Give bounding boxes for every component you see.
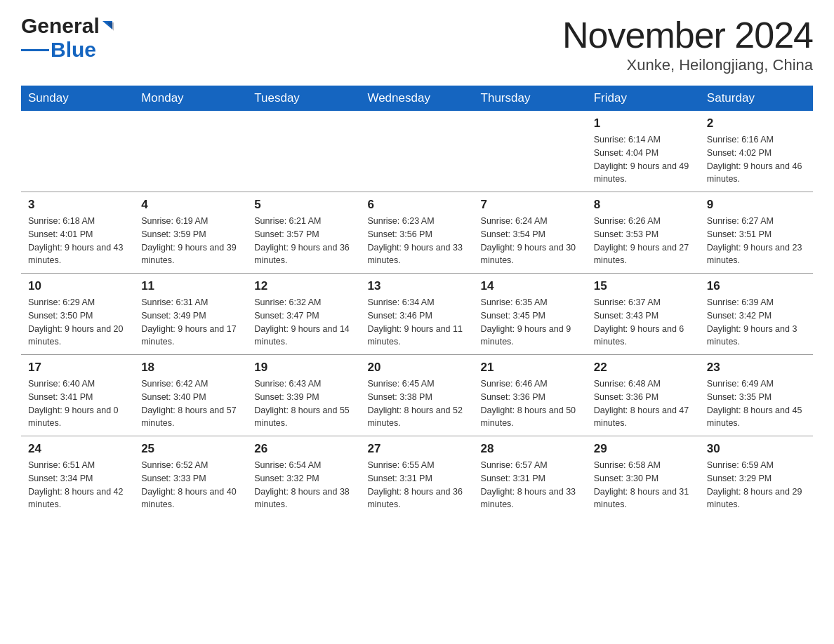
page-header: General Blue November 2024 Xunke, Heilon…: [21, 14, 813, 74]
calendar-day-cell: [474, 111, 587, 192]
calendar-day-cell: 11Sunrise: 6:31 AMSunset: 3:49 PMDayligh…: [134, 274, 247, 355]
calendar-day-cell: 13Sunrise: 6:34 AMSunset: 3:46 PMDayligh…: [360, 274, 473, 355]
calendar-day-cell: 12Sunrise: 6:32 AMSunset: 3:47 PMDayligh…: [247, 274, 360, 355]
day-info: Sunrise: 6:34 AMSunset: 3:46 PMDaylight:…: [367, 296, 466, 349]
logo: General Blue: [21, 14, 115, 62]
calendar-day-cell: 23Sunrise: 6:49 AMSunset: 3:35 PMDayligh…: [700, 355, 813, 436]
day-number: 6: [367, 198, 466, 212]
day-number: 12: [254, 279, 353, 293]
logo-blue-text: Blue: [51, 38, 96, 62]
day-number: 30: [707, 442, 806, 456]
day-info: Sunrise: 6:24 AMSunset: 3:54 PMDaylight:…: [481, 215, 580, 267]
day-info: Sunrise: 6:19 AMSunset: 3:59 PMDaylight:…: [141, 215, 240, 267]
header-saturday: Saturday: [700, 86, 813, 111]
calendar-day-cell: 15Sunrise: 6:37 AMSunset: 3:43 PMDayligh…: [587, 274, 700, 355]
day-number: 2: [707, 116, 806, 130]
header-friday: Friday: [587, 86, 700, 111]
day-number: 3: [28, 198, 127, 212]
calendar-day-cell: 24Sunrise: 6:51 AMSunset: 3:34 PMDayligh…: [21, 436, 134, 518]
calendar-day-cell: 19Sunrise: 6:43 AMSunset: 3:39 PMDayligh…: [247, 355, 360, 436]
day-info: Sunrise: 6:29 AMSunset: 3:50 PMDaylight:…: [28, 296, 127, 349]
header-tuesday: Tuesday: [247, 86, 360, 111]
calendar-day-cell: 6Sunrise: 6:23 AMSunset: 3:56 PMDaylight…: [360, 192, 473, 274]
calendar-day-cell: [360, 111, 473, 192]
day-number: 27: [367, 442, 466, 456]
day-number: 17: [28, 361, 127, 375]
calendar-day-cell: 14Sunrise: 6:35 AMSunset: 3:45 PMDayligh…: [474, 274, 587, 355]
day-info: Sunrise: 6:16 AMSunset: 4:02 PMDaylight:…: [707, 133, 806, 186]
day-info: Sunrise: 6:31 AMSunset: 3:49 PMDaylight:…: [141, 296, 240, 349]
day-info: Sunrise: 6:27 AMSunset: 3:51 PMDaylight:…: [707, 215, 806, 267]
day-info: Sunrise: 6:52 AMSunset: 3:33 PMDaylight:…: [141, 459, 240, 511]
calendar-day-cell: 5Sunrise: 6:21 AMSunset: 3:57 PMDaylight…: [247, 192, 360, 274]
calendar-day-cell: [134, 111, 247, 192]
calendar-day-cell: 2Sunrise: 6:16 AMSunset: 4:02 PMDaylight…: [700, 111, 813, 192]
day-number: 14: [481, 279, 580, 293]
day-info: Sunrise: 6:21 AMSunset: 3:57 PMDaylight:…: [254, 215, 353, 267]
calendar-day-cell: 3Sunrise: 6:18 AMSunset: 4:01 PMDaylight…: [21, 192, 134, 274]
calendar-week-row: 3Sunrise: 6:18 AMSunset: 4:01 PMDaylight…: [21, 192, 813, 274]
day-number: 25: [141, 442, 240, 456]
header-wednesday: Wednesday: [360, 86, 473, 111]
day-info: Sunrise: 6:42 AMSunset: 3:40 PMDaylight:…: [141, 377, 240, 430]
day-number: 19: [254, 361, 353, 375]
calendar-title: November 2024: [562, 14, 813, 56]
day-info: Sunrise: 6:46 AMSunset: 3:36 PMDaylight:…: [481, 377, 580, 430]
day-info: Sunrise: 6:18 AMSunset: 4:01 PMDaylight:…: [28, 215, 127, 267]
calendar-week-row: 10Sunrise: 6:29 AMSunset: 3:50 PMDayligh…: [21, 274, 813, 355]
calendar-day-cell: 10Sunrise: 6:29 AMSunset: 3:50 PMDayligh…: [21, 274, 134, 355]
calendar-day-cell: 27Sunrise: 6:55 AMSunset: 3:31 PMDayligh…: [360, 436, 473, 518]
calendar-week-row: 24Sunrise: 6:51 AMSunset: 3:34 PMDayligh…: [21, 436, 813, 518]
day-info: Sunrise: 6:48 AMSunset: 3:36 PMDaylight:…: [594, 377, 693, 430]
day-info: Sunrise: 6:55 AMSunset: 3:31 PMDaylight:…: [367, 459, 466, 511]
day-number: 28: [481, 442, 580, 456]
day-info: Sunrise: 6:23 AMSunset: 3:56 PMDaylight:…: [367, 215, 466, 267]
day-number: 16: [707, 279, 806, 293]
day-info: Sunrise: 6:14 AMSunset: 4:04 PMDaylight:…: [594, 133, 693, 186]
calendar-day-cell: 30Sunrise: 6:59 AMSunset: 3:29 PMDayligh…: [700, 436, 813, 518]
day-number: 7: [481, 198, 580, 212]
calendar-day-cell: 22Sunrise: 6:48 AMSunset: 3:36 PMDayligh…: [587, 355, 700, 436]
day-info: Sunrise: 6:54 AMSunset: 3:32 PMDaylight:…: [254, 459, 353, 511]
day-info: Sunrise: 6:49 AMSunset: 3:35 PMDaylight:…: [707, 377, 806, 430]
day-number: 4: [141, 198, 240, 212]
day-number: 15: [594, 279, 693, 293]
day-number: 24: [28, 442, 127, 456]
day-number: 5: [254, 198, 353, 212]
logo-general-text: General: [21, 14, 100, 38]
calendar-day-cell: 26Sunrise: 6:54 AMSunset: 3:32 PMDayligh…: [247, 436, 360, 518]
calendar-day-cell: 29Sunrise: 6:58 AMSunset: 3:30 PMDayligh…: [587, 436, 700, 518]
calendar-week-row: 17Sunrise: 6:40 AMSunset: 3:41 PMDayligh…: [21, 355, 813, 436]
header-monday: Monday: [134, 86, 247, 111]
calendar-day-cell: 8Sunrise: 6:26 AMSunset: 3:53 PMDaylight…: [587, 192, 700, 274]
svg-marker-1: [107, 22, 114, 31]
day-number: 18: [141, 361, 240, 375]
header-thursday: Thursday: [474, 86, 587, 111]
calendar-header-row: Sunday Monday Tuesday Wednesday Thursday…: [21, 86, 813, 111]
day-number: 20: [367, 361, 466, 375]
day-number: 11: [141, 279, 240, 293]
calendar-day-cell: [247, 111, 360, 192]
day-info: Sunrise: 6:59 AMSunset: 3:29 PMDaylight:…: [707, 459, 806, 511]
day-info: Sunrise: 6:57 AMSunset: 3:31 PMDaylight:…: [481, 459, 580, 511]
day-info: Sunrise: 6:35 AMSunset: 3:45 PMDaylight:…: [481, 296, 580, 349]
header-sunday: Sunday: [21, 86, 134, 111]
day-info: Sunrise: 6:32 AMSunset: 3:47 PMDaylight:…: [254, 296, 353, 349]
calendar-day-cell: 1Sunrise: 6:14 AMSunset: 4:04 PMDaylight…: [587, 111, 700, 192]
calendar-day-cell: 7Sunrise: 6:24 AMSunset: 3:54 PMDaylight…: [474, 192, 587, 274]
calendar-day-cell: 4Sunrise: 6:19 AMSunset: 3:59 PMDaylight…: [134, 192, 247, 274]
day-info: Sunrise: 6:39 AMSunset: 3:42 PMDaylight:…: [707, 296, 806, 349]
day-number: 8: [594, 198, 693, 212]
day-info: Sunrise: 6:37 AMSunset: 3:43 PMDaylight:…: [594, 296, 693, 349]
day-info: Sunrise: 6:40 AMSunset: 3:41 PMDaylight:…: [28, 377, 127, 430]
day-number: 21: [481, 361, 580, 375]
day-info: Sunrise: 6:26 AMSunset: 3:53 PMDaylight:…: [594, 215, 693, 267]
calendar-day-cell: 20Sunrise: 6:45 AMSunset: 3:38 PMDayligh…: [360, 355, 473, 436]
day-number: 29: [594, 442, 693, 456]
day-number: 13: [367, 279, 466, 293]
calendar-table: Sunday Monday Tuesday Wednesday Thursday…: [21, 86, 813, 517]
logo-triangle-icon: [100, 20, 115, 32]
day-info: Sunrise: 6:43 AMSunset: 3:39 PMDaylight:…: [254, 377, 353, 430]
day-number: 9: [707, 198, 806, 212]
calendar-day-cell: 17Sunrise: 6:40 AMSunset: 3:41 PMDayligh…: [21, 355, 134, 436]
